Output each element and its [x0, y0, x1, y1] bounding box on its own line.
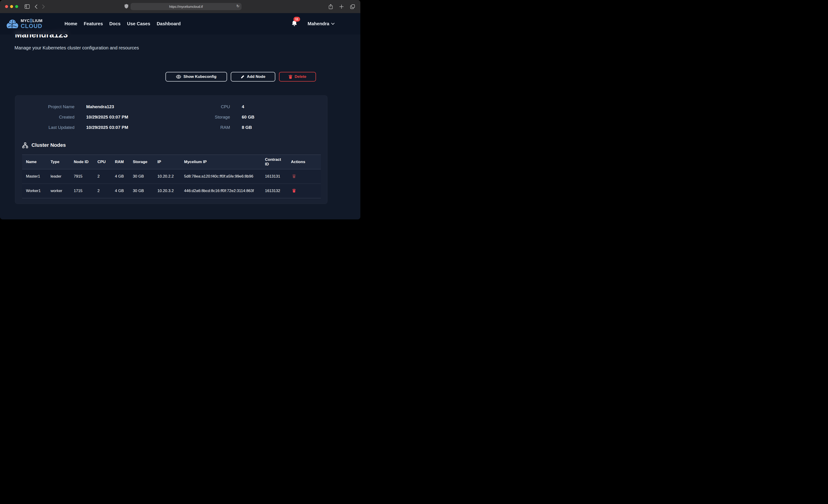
network-nodes-icon	[22, 142, 28, 149]
cell-type: leader	[47, 169, 70, 184]
info-row-cpu: CPU 4	[177, 101, 315, 112]
ram-label: RAM	[177, 125, 230, 130]
cell-mycelium-ip: 446:d2a6:8bcd:8c16:ff0f:72e2:3114:863f	[180, 184, 261, 198]
site-logo[interactable]: MYCLIUM CLOUD	[6, 18, 43, 29]
add-node-label: Add Node	[247, 75, 265, 79]
show-kubeconfig-label: Show Kubeconfig	[183, 75, 216, 79]
user-menu-button[interactable]: Mahendra	[308, 21, 335, 27]
cell-ram: 4 GB	[111, 184, 129, 198]
last-updated-label: Last Updated	[15, 125, 75, 130]
mycelium-logo-icon	[6, 18, 18, 29]
nav-link-features[interactable]: Features	[84, 21, 103, 26]
cell-node-id: 1715	[70, 184, 93, 198]
cell-node-id: 7915	[70, 169, 93, 184]
forward-button[interactable]	[41, 3, 46, 10]
cluster-info-grid: Project Name Mahendra123 Created 10/29/2…	[15, 95, 327, 132]
project-name-value: Mahendra123	[86, 104, 114, 109]
eye-icon	[176, 75, 181, 79]
cell-cpu: 2	[93, 169, 111, 184]
chevron-right-icon	[42, 4, 45, 9]
nav-link-dashboard[interactable]: Dashboard	[157, 21, 181, 26]
page-subtitle: Manage your Kubernetes cluster configura…	[14, 45, 139, 50]
trash-icon	[289, 75, 292, 79]
close-window-button[interactable]	[5, 5, 8, 8]
cpu-value: 4	[242, 104, 244, 109]
delete-node-button[interactable]	[291, 188, 297, 194]
storage-value: 60 GB	[242, 115, 254, 120]
table-row-master1: Master1 leader 7915 2 4 GB 30 GB 10.20.2…	[22, 169, 321, 184]
cell-mycelium-ip: 5d8:78ea:a120:f40c:ff0f:a5fe:99e6:8b96	[180, 169, 261, 184]
reload-icon[interactable]: ↻	[237, 4, 240, 8]
cell-storage: 30 GB	[129, 184, 154, 198]
notification-bell-button[interactable]: 11	[292, 20, 297, 27]
table-header-row: Name Type Node ID CPU RAM Storage IP Myc…	[22, 155, 321, 169]
cell-ram: 4 GB	[111, 169, 129, 184]
address-bar[interactable]: https://myceliumcloud.tf ↻	[130, 3, 242, 10]
share-icon	[329, 4, 333, 9]
info-row-created: Created 10/29/2025 03:07 PM	[15, 112, 177, 122]
logo-e-bars	[30, 19, 32, 23]
cell-storage: 30 GB	[129, 169, 154, 184]
page-viewport: Mahendra123	[0, 13, 360, 219]
cluster-info-card: Project Name Mahendra123 Created 10/29/2…	[15, 95, 328, 204]
cell-name: Worker1	[22, 184, 47, 198]
privacy-shield-icon[interactable]	[125, 4, 128, 9]
info-row-project-name: Project Name Mahendra123	[15, 101, 177, 112]
url-text: https://myceliumcloud.tf	[169, 5, 203, 8]
storage-label: Storage	[177, 115, 230, 120]
col-actions: Actions	[287, 155, 321, 169]
sidebar-icon	[25, 4, 30, 9]
traffic-lights	[5, 5, 18, 8]
info-row-ram: RAM 8 GB	[177, 122, 315, 132]
col-type: Type	[47, 155, 70, 169]
delete-node-button[interactable]	[291, 174, 297, 179]
col-contract-id: Contract ID	[261, 155, 287, 169]
chevron-down-icon	[331, 23, 335, 25]
col-node-id: Node ID	[70, 155, 93, 169]
cell-contract-id: 1613131	[261, 169, 287, 184]
tab-overview-icon	[350, 4, 355, 9]
cluster-nodes-title: Cluster Nodes	[32, 142, 66, 148]
delete-label: Delete	[295, 75, 306, 79]
col-cpu: CPU	[93, 155, 111, 169]
info-row-storage: Storage 60 GB	[177, 112, 315, 122]
last-updated-value: 10/29/2025 03:07 PM	[86, 125, 128, 130]
add-node-button[interactable]: Add Node	[231, 72, 275, 82]
plus-icon	[339, 5, 343, 9]
logo-text-cloud: CLOUD	[21, 23, 43, 29]
nav-link-docs[interactable]: Docs	[110, 21, 121, 26]
trash-icon	[292, 174, 296, 178]
nav-link-home[interactable]: Home	[65, 21, 77, 26]
cell-ip: 10.20.3.2	[154, 184, 180, 198]
info-row-last-updated: Last Updated 10/29/2025 03:07 PM	[15, 122, 177, 132]
col-name: Name	[22, 155, 47, 169]
site-navbar: MYCLIUM CLOUD Home Features Docs Use Cas…	[0, 13, 360, 35]
share-button[interactable]	[328, 3, 334, 10]
cpu-label: CPU	[177, 104, 230, 109]
cell-name: Master1	[22, 169, 47, 184]
project-name-label: Project Name	[15, 104, 75, 109]
cluster-nodes-table: Name Type Node ID CPU RAM Storage IP Myc…	[22, 155, 321, 198]
cell-contract-id: 1613132	[261, 184, 287, 198]
cell-cpu: 2	[93, 184, 111, 198]
nav-link-use-cases[interactable]: Use Cases	[127, 21, 150, 26]
cluster-nodes-heading: Cluster Nodes	[22, 142, 327, 149]
chevron-left-icon	[35, 4, 37, 9]
notification-count-badge: 11	[293, 17, 300, 22]
browser-window: https://myceliumcloud.tf ↻	[0, 0, 360, 219]
sidebar-toggle-button[interactable]	[24, 3, 31, 10]
user-name: Mahendra	[308, 21, 329, 27]
col-mycelium-ip: Mycelium IP	[180, 155, 261, 169]
cluster-actions-row: Show Kubeconfig Add Node Delete	[165, 72, 316, 82]
zoom-window-button[interactable]	[15, 5, 18, 8]
cell-type: worker	[47, 184, 70, 198]
created-value: 10/29/2025 03:07 PM	[86, 115, 128, 120]
new-tab-button[interactable]	[338, 4, 344, 10]
back-button[interactable]	[34, 3, 38, 10]
created-label: Created	[15, 115, 75, 120]
show-kubeconfig-button[interactable]: Show Kubeconfig	[165, 72, 227, 82]
tab-overview-button[interactable]	[349, 3, 356, 10]
browser-toolbar: https://myceliumcloud.tf ↻	[0, 0, 360, 13]
minimize-window-button[interactable]	[10, 5, 13, 8]
delete-cluster-button[interactable]: Delete	[279, 72, 316, 82]
